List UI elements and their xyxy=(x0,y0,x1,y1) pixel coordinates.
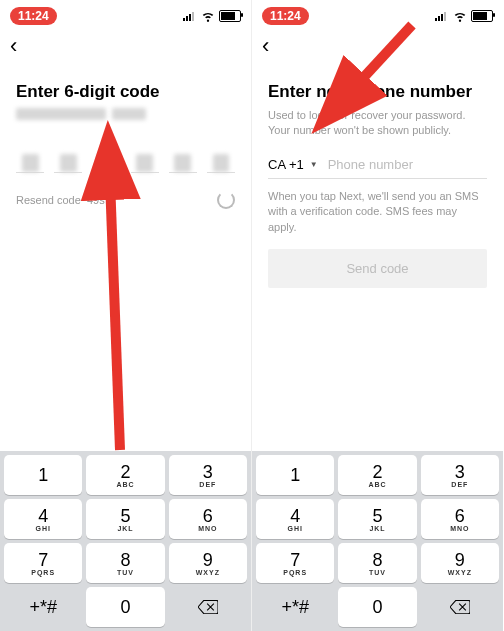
key-4[interactable]: 4GHI xyxy=(256,499,334,539)
resend-row: Resend code 49s xyxy=(16,191,235,209)
key-3[interactable]: 3DEF xyxy=(421,455,499,495)
back-button[interactable]: ‹ xyxy=(10,33,17,59)
code-digit[interactable] xyxy=(207,138,235,173)
key-6[interactable]: 6MNO xyxy=(421,499,499,539)
numeric-keypad: 1 2ABC 3DEF 4GHI 5JKL 6MNO 7PQRS 8TUV 9W… xyxy=(252,451,503,631)
code-digit[interactable] xyxy=(92,138,120,173)
status-bar: 11:24 xyxy=(0,0,251,28)
battery-icon xyxy=(219,10,241,22)
subtitle-redacted xyxy=(16,108,235,120)
sms-info: When you tap Next, we'll send you an SMS… xyxy=(268,189,487,235)
key-symbols[interactable]: +*# xyxy=(4,587,82,627)
status-time-pill: 11:24 xyxy=(10,7,57,25)
country-code[interactable]: CA +1 xyxy=(268,157,304,172)
cellular-icon xyxy=(183,11,197,21)
key-backspace[interactable] xyxy=(421,587,499,627)
resend-countdown: 49s xyxy=(87,194,105,206)
status-icons xyxy=(435,9,493,23)
content: Enter 6-digit code Resend code 49s xyxy=(0,64,251,215)
phone-input[interactable]: Phone number xyxy=(328,157,413,172)
key-0[interactable]: 0 xyxy=(86,587,164,627)
screen-enter-code: 11:24 ‹ Enter 6-digit code Resend code 4… xyxy=(0,0,253,631)
key-7[interactable]: 7PQRS xyxy=(4,543,82,583)
key-8[interactable]: 8TUV xyxy=(86,543,164,583)
status-icons xyxy=(183,9,241,23)
nav-row: ‹ xyxy=(252,28,503,64)
battery-icon xyxy=(471,10,493,22)
refresh-icon[interactable] xyxy=(217,191,235,209)
key-7[interactable]: 7PQRS xyxy=(256,543,334,583)
content: Enter new phone number Used to log in or… xyxy=(252,64,503,294)
code-digit[interactable] xyxy=(16,138,44,173)
status-time-pill: 11:24 xyxy=(262,7,309,25)
screen-enter-phone: 11:24 ‹ Enter new phone number Used to l… xyxy=(252,0,503,631)
key-5[interactable]: 5JKL xyxy=(338,499,416,539)
key-symbols[interactable]: +*# xyxy=(256,587,334,627)
wifi-icon xyxy=(453,9,467,23)
phone-field[interactable]: CA +1 ▼ Phone number xyxy=(268,157,487,179)
page-title: Enter 6-digit code xyxy=(16,82,235,102)
wifi-icon xyxy=(201,9,215,23)
key-9[interactable]: 9WXYZ xyxy=(169,543,247,583)
backspace-icon xyxy=(198,600,218,614)
code-digit[interactable] xyxy=(54,138,82,173)
code-digit[interactable] xyxy=(169,138,197,173)
page-title: Enter new phone number xyxy=(268,82,487,102)
send-code-button[interactable]: Send code xyxy=(268,249,487,288)
back-button[interactable]: ‹ xyxy=(262,33,269,59)
key-4[interactable]: 4GHI xyxy=(4,499,82,539)
chevron-down-icon[interactable]: ▼ xyxy=(310,160,318,169)
key-1[interactable]: 1 xyxy=(4,455,82,495)
cellular-icon xyxy=(435,11,449,21)
backspace-icon xyxy=(450,600,470,614)
page-subtitle: Used to log in or recover your password.… xyxy=(268,108,487,139)
key-3[interactable]: 3DEF xyxy=(169,455,247,495)
key-backspace[interactable] xyxy=(169,587,247,627)
code-input-row[interactable] xyxy=(16,138,235,173)
resend-label: Resend code 49s xyxy=(16,194,105,206)
svg-line-0 xyxy=(110,180,120,450)
key-2[interactable]: 2ABC xyxy=(86,455,164,495)
numeric-keypad: 1 2ABC 3DEF 4GHI 5JKL 6MNO 7PQRS 8TUV 9W… xyxy=(0,451,251,631)
key-0[interactable]: 0 xyxy=(338,587,416,627)
key-9[interactable]: 9WXYZ xyxy=(421,543,499,583)
key-2[interactable]: 2ABC xyxy=(338,455,416,495)
key-1[interactable]: 1 xyxy=(256,455,334,495)
key-5[interactable]: 5JKL xyxy=(86,499,164,539)
key-6[interactable]: 6MNO xyxy=(169,499,247,539)
code-digit[interactable] xyxy=(131,138,159,173)
key-8[interactable]: 8TUV xyxy=(338,543,416,583)
nav-row: ‹ xyxy=(0,28,251,64)
status-bar: 11:24 xyxy=(252,0,503,28)
